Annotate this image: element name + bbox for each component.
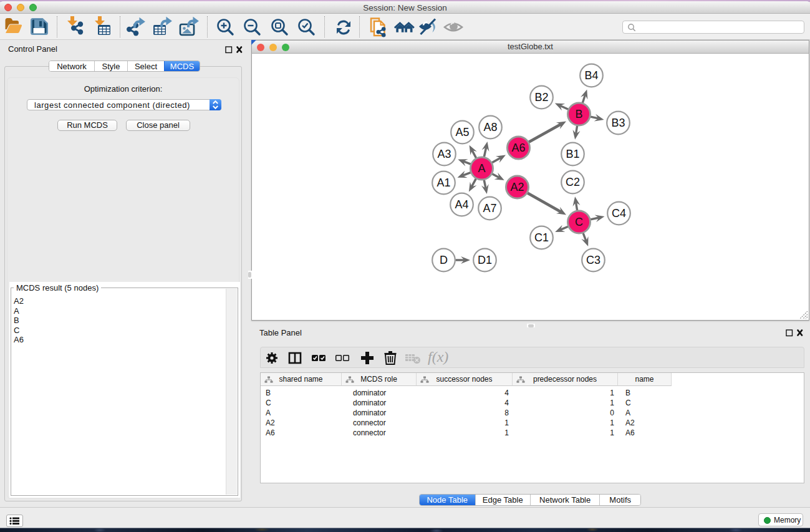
svg-text:C2: C2: [566, 176, 580, 188]
svg-text:C3: C3: [586, 254, 600, 266]
svg-text:B1: B1: [566, 148, 579, 160]
svg-text:A7: A7: [483, 202, 496, 215]
svg-text:D1: D1: [478, 254, 492, 266]
svg-text:A8: A8: [483, 121, 497, 133]
svg-text:B2: B2: [534, 91, 548, 104]
svg-text:C4: C4: [612, 207, 626, 220]
svg-text:B3: B3: [611, 117, 625, 129]
svg-text:A: A: [478, 162, 485, 175]
svg-text:A6: A6: [511, 142, 525, 154]
svg-text:D: D: [440, 254, 448, 266]
svg-text:C: C: [575, 216, 583, 228]
svg-text:A2: A2: [510, 181, 524, 193]
svg-text:B4: B4: [584, 69, 598, 82]
svg-text:A3: A3: [437, 148, 451, 160]
svg-text:A1: A1: [436, 177, 450, 189]
svg-text:A4: A4: [455, 198, 468, 211]
svg-text:B: B: [575, 108, 582, 120]
svg-text:C1: C1: [534, 231, 549, 244]
svg-text:A5: A5: [455, 126, 469, 138]
